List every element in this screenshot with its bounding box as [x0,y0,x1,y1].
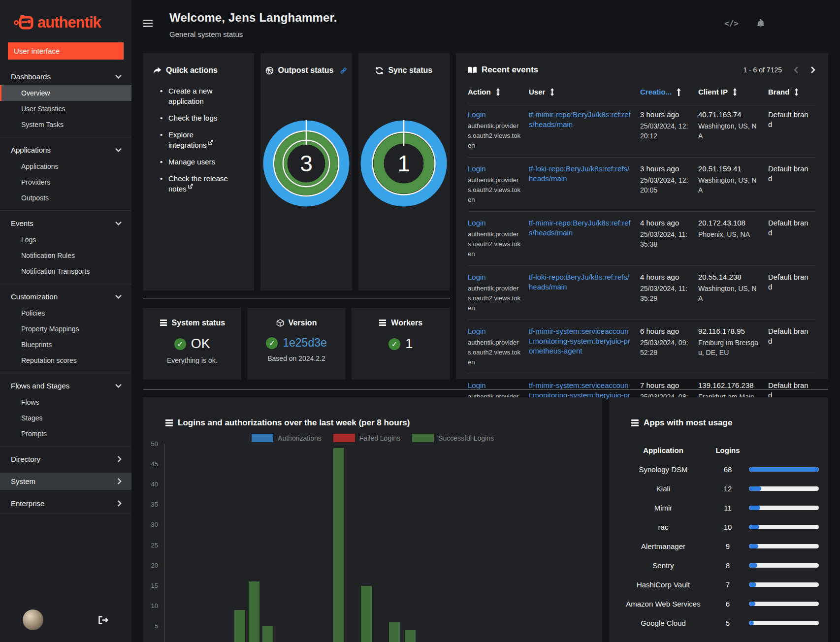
sidebar-item-property-mappings[interactable]: Property Mappings [0,321,131,337]
sort-icon [732,88,738,96]
app-logins: 9 [707,542,749,551]
app-usage-bar [749,621,819,625]
sidebar-group-header[interactable]: Customization [0,288,131,305]
external-link-icon [208,140,213,145]
apps-usage-row: HashiCorp Vault7 [620,575,811,594]
sidebar-group-directory: Directory [0,446,131,470]
event-user-link[interactable]: tf-loki-repo:BeryJu/k8s:ref:refs/heads/m… [529,164,629,183]
app-logins: 6 [707,599,749,609]
sidebar-item-stages[interactable]: Stages [0,410,131,426]
event-action-link[interactable]: Login [468,219,486,227]
authentik-logo-icon [14,14,35,31]
outpost-status-value: 3 [263,120,350,207]
sidebar-group-dashboards: Dashboards OverviewUser StatisticsSystem… [0,65,131,135]
column-header-brand[interactable]: Brand [768,88,810,96]
redo-arrow-icon [153,67,162,74]
event-user-link[interactable]: tf-mimir-system:serviceaccount:monitorin… [529,327,630,355]
event-action-link[interactable]: Login [468,110,486,119]
pagination-next-icon[interactable] [810,66,815,73]
event-action-link[interactable]: Login [468,381,486,389]
sidebar-item-outposts[interactable]: Outposts [0,190,131,206]
user-interface-button[interactable]: User interface [8,42,124,60]
chart-bar [249,581,259,642]
pagination-prev-icon[interactable] [794,66,799,73]
sidebar-group-header[interactable]: Applications [0,141,131,159]
chevron-right-icon [117,456,122,462]
sidebar-item-user-statistics[interactable]: User Statistics [0,101,131,117]
event-geo: Washington, US, NA [698,121,760,141]
sidebar-item-notification-transports[interactable]: Notification Transports [0,263,131,279]
event-client-ip: 92.116.178.95 [698,326,760,336]
event-app: authentik.providers.oauth2.views.token [468,284,521,313]
pagination-range: 1 - 6 of 7125 [743,66,782,74]
sidebar-item-overview[interactable]: Overview [0,85,131,101]
app-root: authentik User interface Dashboards Over… [0,0,840,642]
apps-usage-row: Sentry8 [620,556,811,575]
sidebar-item-flows[interactable]: Flows [0,394,131,410]
recent-events-title: Recent events [482,65,538,75]
y-axis-tick: 30 [145,521,158,528]
y-axis-line [164,444,164,642]
quick-action-link[interactable]: Create a new application [160,86,229,106]
sidebar-item-notification-rules[interactable]: Notification Rules [0,248,131,263]
sidebar-group-header[interactable]: Dashboards [0,68,131,85]
events-pagination-top: 1 - 6 of 7125 [743,66,815,74]
sync-status-card: Sync status 1 [358,53,450,290]
sidebar-group-header[interactable]: Directory [0,450,131,468]
column-header-action[interactable]: Action [468,88,521,96]
sidebar-group-header[interactable]: Flows and Stages [0,377,131,394]
app-usage-bar [749,602,819,606]
sign-out-icon[interactable] [98,616,108,624]
quick-action-link[interactable]: Explore integrations [160,129,229,150]
chevron-down-icon [115,384,122,388]
event-user-link[interactable]: tf-loki-repo:BeryJu/k8s:ref:refs/heads/m… [529,273,629,291]
logins-chart-title: Logins and authorizations over the last … [178,418,410,428]
app-usage-bar [749,563,819,568]
quick-action-link[interactable]: Check the release notes [160,173,229,194]
event-user-link[interactable]: tf-mimir-repo:BeryJu/k8s:ref:refs/heads/… [529,219,631,237]
event-action-link[interactable]: Login [468,164,486,173]
sidebar-item-policies[interactable]: Policies [0,305,131,321]
sidebar-group-applications: Applications ApplicationsProvidersOutpos… [0,137,131,208]
sidebar-item-prompts[interactable]: Prompts [0,426,131,442]
column-header-creatio[interactable]: Creatio... [640,88,690,96]
sidebar-group-flows-and-stages: Flows and Stages FlowsStagesPrompts [0,373,131,444]
y-axis-tick: 35 [145,501,158,508]
sidebar-group-header[interactable]: System [0,473,131,490]
column-header-user[interactable]: User [529,88,632,96]
sidebar-item-applications[interactable]: Applications [0,159,131,174]
sidebar-item-system-tasks[interactable]: System Tasks [0,117,131,132]
system-status-card: System status ✓ OK Everything is ok. [143,308,241,380]
event-action-link[interactable]: Login [468,273,486,281]
sidebar-item-providers[interactable]: Providers [0,174,131,190]
sidebar-item-blueprints[interactable]: Blueprints [0,337,131,353]
event-brand: Default brand [768,326,810,346]
app-name: rac [620,522,707,532]
sidebar-group-header[interactable]: Events [0,215,131,232]
app-logins: 68 [707,465,749,474]
main-content: Welcome, Jens Langhammer. General system… [131,0,840,642]
sidebar-footer [0,610,131,642]
check-circle-icon: ✓ [266,337,278,349]
sidebar-item-logs[interactable]: Logs [0,232,131,248]
event-time-relative: 3 hours ago [640,164,690,174]
logins-chart-card: Logins and authorizations over the last … [143,397,602,642]
table-row: Loginauthentik.providers.oauth2.views.to… [468,320,815,374]
version-value[interactable]: 1e25d3e [283,336,327,350]
app-name: Kiali [620,484,707,493]
event-time-absolute: 25/03/2024, 11:35:29 [640,284,690,303]
bell-icon[interactable] [756,19,765,28]
event-user-link[interactable]: tf-mimir-repo:BeryJu/k8s:ref:refs/heads/… [529,110,631,128]
book-icon [468,66,477,74]
divider [143,389,828,389]
code-icon[interactable]: </> [724,19,739,28]
avatar[interactable] [23,610,43,630]
event-action-link[interactable]: Login [468,327,486,335]
sidebar-group-header[interactable]: Enterprise [0,495,131,512]
quick-action-link[interactable]: Check the logs [160,113,229,123]
hamburger-icon[interactable] [143,20,153,29]
column-header-clientip[interactable]: Client IP [698,88,760,96]
quick-action-link[interactable]: Manage users [160,157,229,167]
link-icon[interactable] [340,67,347,74]
sidebar-item-reputation-scores[interactable]: Reputation scores [0,353,131,368]
